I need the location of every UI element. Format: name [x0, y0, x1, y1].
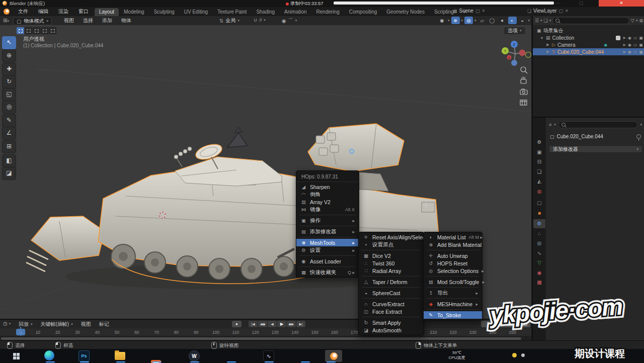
viewport-menu-2[interactable]: 添加 [98, 17, 117, 24]
properties-tab-modifiers[interactable]: ⚙ [533, 219, 545, 228]
properties-tab-tool[interactable]: ⚙ [533, 138, 545, 147]
mesh-sub-item-to-stroke[interactable]: ✎To_Stroke [424, 311, 482, 319]
hide-toggle-icon[interactable]: ◉ [628, 36, 631, 40]
overlays-toggle-icon[interactable]: ◍ [464, 17, 473, 24]
menubar-menu-0[interactable]: 文件 [13, 7, 33, 16]
taskbar-app-edge[interactable] [44, 350, 54, 360]
outliner-display-mode-icon[interactable]: ☰ [535, 18, 539, 23]
hops-item-sharpen[interactable]: ◢Sharpen [296, 183, 359, 191]
workspace-tab-modeling[interactable]: Modeling [119, 8, 149, 16]
start-button[interactable] [13, 353, 20, 359]
meshtools-item-set-origin[interactable]: •设置原点 [359, 241, 424, 248]
mesh-sub-item-export[interactable]: ↥导出▸ [424, 289, 482, 297]
tool-move[interactable]: ✚ [2, 63, 16, 76]
meshtools-item-smart-apply[interactable]: ↻Smart Apply [359, 319, 424, 326]
render-disable-icon[interactable]: ▣ [639, 43, 643, 47]
tool-rotate[interactable]: ↻ [2, 75, 16, 88]
mesh-sub-item-mod-scroll-toggle[interactable]: ▤Mod Scroll/Toggle▸ [424, 278, 482, 286]
xray-toggle-icon[interactable]: ▱ [478, 17, 487, 24]
hops-item-settings[interactable]: ⚙设置▸ [296, 246, 359, 254]
hide-toggle-icon[interactable]: ◉ [628, 43, 631, 47]
maximize-button[interactable]: ▢ [575, 0, 588, 7]
properties-tab-object-data[interactable]: ▽ [533, 258, 545, 267]
viewport-options-dropdown[interactable]: 选项 ▾ [504, 27, 525, 34]
mesh-sub-item-auto-unwrap[interactable]: ✛Auto Unwrap [424, 252, 482, 259]
timeline-editor-icon[interactable]: ◷▾ [3, 321, 11, 326]
select-mode-subtract[interactable] [33, 27, 40, 34]
shading-solid-icon[interactable]: ● [498, 17, 507, 24]
meshtools-item-taper-deform[interactable]: △Taper / Deform [359, 278, 424, 286]
render-disable-icon[interactable]: ▣ [639, 36, 643, 40]
select-mode-invert[interactable] [41, 27, 48, 34]
menubar-menu-2[interactable]: 渲染 [53, 7, 73, 16]
meshtools-item-face-extract[interactable]: ◫Face Extract [359, 308, 424, 315]
hops-item-array-v2[interactable]: ▥Array V2 [296, 198, 359, 206]
selectable-toggle-icon[interactable]: ➤ [622, 50, 626, 54]
pin-icon[interactable] [636, 134, 641, 139]
outliner-row-camera[interactable]: ▶ ▷ Camera ◉ ➤◉▭▣ [533, 41, 644, 48]
meshtools-item-curve-extract[interactable]: ∩Curve/Extract [359, 300, 424, 308]
timeline-menu-2[interactable]: 视图 [77, 321, 95, 328]
hide-toggle-icon[interactable]: ◉ [628, 50, 631, 54]
current-frame-field[interactable]: 1 [481, 321, 495, 327]
scene-selector[interactable]: ▦ Scene ▢ ✕ [453, 8, 485, 14]
hops-item-asset-loader[interactable]: ◉Asset Loader [296, 257, 359, 265]
mesh-sub-item-material-list[interactable]: ◐Material ListAlt M ▸ [424, 233, 482, 241]
properties-editor-icon[interactable]: ≡ [549, 122, 551, 127]
menubar-menu-1[interactable]: 编辑 [33, 7, 53, 16]
show-visibility-icon[interactable]: ◉ [438, 17, 446, 24]
workspace-tab-sculpting[interactable]: Sculpting [149, 8, 179, 16]
workspace-tab-compositing[interactable]: Compositing [345, 8, 382, 16]
transport-0[interactable]: |◀ [249, 321, 258, 327]
hops-item-operations[interactable]: ▣操作▸ [296, 217, 359, 224]
taskbar-app-explorer[interactable] [115, 352, 125, 360]
shading-rendered-icon[interactable]: ◒ [518, 17, 527, 24]
meshtools-item-reset-axis[interactable]: ✛Reset Axis/Align/Select [359, 233, 424, 241]
tool-hardops-helper[interactable]: ◪ [2, 167, 16, 180]
editor-type-icon[interactable]: ⊞▾ [3, 18, 9, 23]
properties-tab-scene[interactable]: ◭ [533, 177, 545, 186]
snapping-controls[interactable]: ∪ ∂ ▾ [254, 17, 266, 23]
properties-tab-view-layer[interactable]: ❏ [533, 167, 545, 176]
gizmos-toggle-icon[interactable]: ⊕ [451, 17, 460, 24]
meshtools-item-twist-360[interactable]: ∴Twist 360 [359, 259, 424, 267]
transform-orientation-dropdown[interactable]: ⇅ 全局 ▾ [219, 17, 239, 24]
filter-funnel-icon[interactable]: ▽ [631, 18, 634, 23]
hops-item-meshtools[interactable]: ⊕MeshTools▸ [296, 239, 359, 246]
workspace-tab-shading[interactable]: Shading [252, 8, 279, 16]
timeline-menu-1[interactable]: 关键帧(插帧)▾ [37, 321, 76, 328]
auto-keying-record-button[interactable]: ● [232, 321, 242, 327]
mesh-sub-item-meshmachine[interactable]: ◆MESHmachine▸ [424, 300, 482, 308]
mesh-sub-item-selection-options[interactable]: ◎Selection Options▸ [424, 267, 482, 275]
tool-transform[interactable]: ◎ [2, 101, 16, 114]
taskbar-app-blender[interactable] [325, 350, 342, 362]
properties-tab-particles[interactable]: ∴ [533, 229, 545, 238]
meshtools-item-radial-array[interactable]: ∷Radial Array [359, 267, 424, 275]
snap-target-icon[interactable]: ∂ [259, 17, 262, 23]
workspace-tab-rendering[interactable]: Rendering [312, 8, 344, 16]
properties-tab-constraints[interactable]: ∿ [533, 249, 545, 258]
viewport-disable-icon[interactable]: ▭ [633, 50, 637, 54]
transport-4[interactable]: ◆▶ [287, 321, 296, 327]
outliner-settings-icon[interactable]: ⊞ [639, 18, 643, 23]
end-frame-field[interactable]: 结束点 250 [496, 321, 530, 327]
mode-dropdown[interactable]: ▢ 物体模式 ▾ [13, 17, 52, 25]
add-modifier-button[interactable]: 添加修改器 ▾ [549, 145, 642, 153]
meshtools-item-dice-v2[interactable]: ▦Dice V2 [359, 252, 424, 259]
tool-select-box[interactable]: ↖ [2, 36, 16, 49]
blender-menu-logo-icon[interactable] [4, 9, 10, 15]
workspace-tab-uv-editing[interactable]: UV Editing [180, 8, 212, 16]
proportional-edit-icon[interactable]: ◉ [282, 18, 286, 24]
menubar-menu-3[interactable]: 窗口 [73, 7, 94, 16]
properties-tab-render[interactable]: ▣ [533, 148, 545, 157]
timeline-menu-0[interactable]: 回放▾ [15, 321, 36, 328]
disclosure-triangle-icon[interactable]: ▶ [546, 50, 550, 54]
viewport-disable-icon[interactable]: ▭ [633, 36, 637, 40]
disclosure-triangle-icon[interactable]: ▼ [540, 36, 544, 40]
meshtools-item-autosmooth[interactable]: ◪AutoSmooth [359, 326, 424, 334]
hops-item-mirror[interactable]: ⋈镜像Alt X [296, 206, 359, 213]
shading-wireframe-icon[interactable]: ◯ [488, 17, 497, 24]
tool-add-cube[interactable]: ⊞ [2, 140, 16, 153]
transport-1[interactable]: ◀◆ [258, 321, 267, 327]
tool-cursor[interactable]: ⊕ [2, 49, 16, 62]
